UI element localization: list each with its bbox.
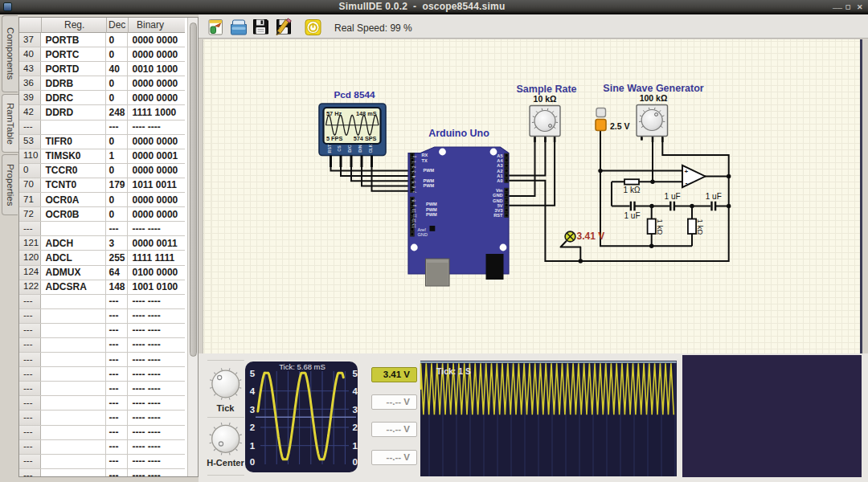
svg-text:Tick: 1 S: Tick: 1 S bbox=[436, 366, 471, 376]
